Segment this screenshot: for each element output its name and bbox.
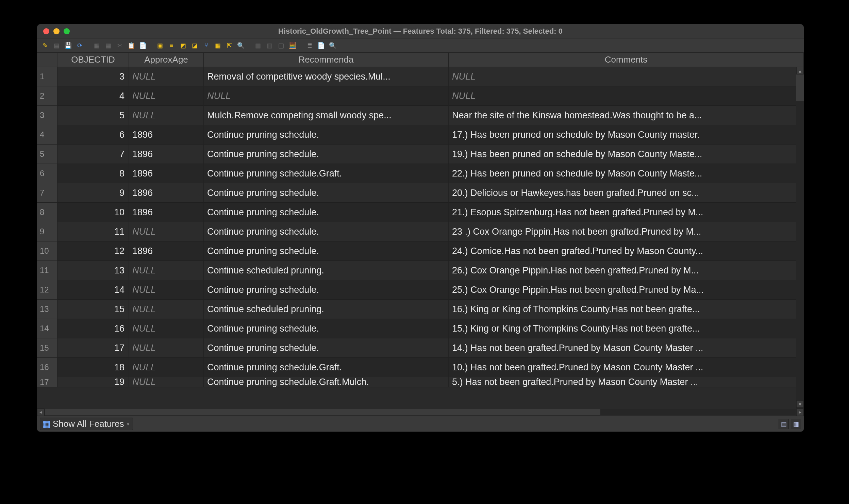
cell-approxage[interactable]: NULL [129, 338, 204, 358]
form-view-icon[interactable]: ▤ [779, 419, 789, 429]
row-number[interactable]: 5 [37, 145, 57, 164]
move-top-icon[interactable]: ⇱ [225, 41, 234, 50]
zoom-icon[interactable] [64, 28, 70, 34]
cell-comments[interactable]: 16.) King or King of Thompkins County.Ha… [449, 300, 804, 319]
cell-approxage[interactable]: 1896 [129, 241, 204, 261]
cell-approxage[interactable]: NULL [129, 319, 204, 338]
cell-comments[interactable]: 19.) Has been pruned on schedule by Maso… [449, 145, 804, 164]
cell-recommenda[interactable]: Continue pruning schedule. [204, 222, 449, 241]
organize-columns-icon[interactable]: ◫ [277, 41, 285, 50]
cell-objectid[interactable]: 13 [57, 261, 129, 280]
select-all-icon[interactable]: ≡ [167, 41, 176, 50]
cell-objectid[interactable]: 19 [57, 377, 129, 387]
cell-approxage[interactable]: NULL [129, 261, 204, 280]
cell-approxage[interactable]: NULL [129, 222, 204, 241]
header-objectid[interactable]: OBJECTID [57, 53, 129, 67]
cell-recommenda[interactable]: Continue pruning schedule.Graft.Mulch. [204, 377, 449, 387]
cell-comments[interactable]: 22.) Has been pruned on schedule by Maso… [449, 164, 804, 183]
corner-cell[interactable] [37, 53, 57, 67]
cell-comments[interactable]: 10.) Has not been grafted.Pruned by Maso… [449, 358, 804, 377]
minimize-icon[interactable] [53, 28, 60, 34]
multi-edit-icon[interactable]: ▤ [52, 41, 61, 50]
cell-approxage[interactable]: 1896 [129, 164, 204, 183]
table-row[interactable]: 571896Continue pruning schedule.19.) Has… [37, 145, 804, 164]
cell-objectid[interactable]: 7 [57, 145, 129, 164]
cell-objectid[interactable]: 5 [57, 106, 129, 125]
save-edits-icon[interactable]: 💾 [64, 41, 72, 50]
cell-objectid[interactable]: 10 [57, 203, 129, 222]
table-row[interactable]: 1618NULLContinue pruning schedule.Graft.… [37, 358, 804, 377]
cell-comments[interactable]: 24.) Comice.Has not been grafted.Pruned … [449, 241, 804, 261]
cell-recommenda[interactable]: Continue pruning schedule. [204, 183, 449, 203]
cell-approxage[interactable]: NULL [129, 300, 204, 319]
titlebar[interactable]: Historic_OldGrowth_Tree_Point — Features… [37, 24, 804, 38]
conditional-format-icon[interactable]: ≣ [305, 41, 314, 50]
invert-selection-icon[interactable]: ◩ [179, 41, 187, 50]
scroll-down-icon[interactable]: ▾ [796, 400, 804, 408]
row-number[interactable]: 1 [37, 67, 57, 86]
cell-objectid[interactable]: 16 [57, 319, 129, 338]
cell-objectid[interactable]: 6 [57, 125, 129, 145]
cell-objectid[interactable]: 12 [57, 241, 129, 261]
reload-icon[interactable]: ⟳ [75, 41, 84, 50]
cell-recommenda[interactable]: Continue pruning schedule.Graft. [204, 358, 449, 377]
cell-objectid[interactable]: 9 [57, 183, 129, 203]
table-row[interactable]: 10121896Continue pruning schedule.24.) C… [37, 241, 804, 261]
cell-recommenda[interactable]: Removal of competitive woody species.Mul… [204, 67, 449, 86]
scroll-right-icon[interactable]: ▸ [796, 408, 804, 416]
edit-toggle-icon[interactable]: ✎ [40, 41, 49, 50]
cell-recommenda[interactable]: Continue pruning schedule. [204, 125, 449, 145]
cell-recommenda[interactable]: Continue pruning schedule. [204, 338, 449, 358]
cell-approxage[interactable]: NULL [129, 358, 204, 377]
row-number[interactable]: 16 [37, 358, 57, 377]
scroll-up-icon[interactable]: ▴ [796, 67, 804, 74]
header-comments[interactable]: Comments [449, 53, 804, 67]
cell-recommenda[interactable]: Continue pruning schedule. [204, 145, 449, 164]
copy-icon[interactable]: 📋 [127, 41, 136, 50]
hscroll-track[interactable] [45, 409, 796, 415]
close-icon[interactable] [43, 28, 49, 34]
cell-comments[interactable]: 23 .) Cox Orange Pippin.Has not been gra… [449, 222, 804, 241]
cell-recommenda[interactable]: Continue scheduled pruning. [204, 300, 449, 319]
row-number[interactable]: 3 [37, 106, 57, 125]
dock-icon[interactable]: 🔍 [328, 41, 337, 50]
cell-objectid[interactable]: 18 [57, 358, 129, 377]
select-form-icon[interactable]: ▦ [213, 41, 222, 50]
paste-icon[interactable]: 📄 [138, 41, 147, 50]
show-all-features-button[interactable]: ▦ Show All Features ▾ [40, 418, 133, 430]
delete-feature-icon[interactable]: ▦ [104, 41, 113, 50]
add-feature-icon[interactable]: ▦ [92, 41, 101, 50]
cell-recommenda[interactable]: Continue pruning schedule. [204, 319, 449, 338]
actions-icon[interactable]: 📄 [317, 41, 326, 50]
row-number[interactable]: 2 [37, 86, 57, 106]
cell-objectid[interactable]: 11 [57, 222, 129, 241]
horizontal-scrollbar[interactable]: ◂ ▸ [37, 408, 804, 416]
delete-field-icon[interactable]: ▥ [265, 41, 274, 50]
table-row[interactable]: 1214NULLContinue pruning schedule.25.) C… [37, 280, 804, 300]
table-row[interactable]: 8101896Continue pruning schedule.21.) Es… [37, 203, 804, 222]
table-row[interactable]: 1113NULLContinue scheduled pruning.26.) … [37, 261, 804, 280]
cell-comments[interactable]: 14.) Has not been grafted.Pruned by Maso… [449, 338, 804, 358]
table-row[interactable]: 791896Continue pruning schedule.20.) Del… [37, 183, 804, 203]
cell-comments[interactable]: 21.) Esopus Spitzenburg.Has not been gra… [449, 203, 804, 222]
select-expression-icon[interactable]: ▣ [155, 41, 164, 50]
new-field-icon[interactable]: ▥ [253, 41, 262, 50]
cell-approxage[interactable]: NULL [129, 106, 204, 125]
cell-comments[interactable]: 25.) Cox Orange Pippin.Has not been graf… [449, 280, 804, 300]
header-approxage[interactable]: ApproxAge [129, 53, 204, 67]
vertical-scrollbar[interactable]: ▴ ▾ [796, 67, 804, 408]
row-number[interactable]: 8 [37, 203, 57, 222]
cell-recommenda[interactable]: Continue pruning schedule. [204, 280, 449, 300]
cell-recommenda[interactable]: Continue pruning schedule.Graft. [204, 164, 449, 183]
cell-approxage[interactable]: NULL [129, 280, 204, 300]
cell-approxage[interactable]: 1896 [129, 203, 204, 222]
cell-objectid[interactable]: 15 [57, 300, 129, 319]
cell-objectid[interactable]: 14 [57, 280, 129, 300]
cell-comments[interactable]: 17.) Has been pruned on schedule by Maso… [449, 125, 804, 145]
cell-comments[interactable]: 5.) Has not been grafted.Pruned by Mason… [449, 377, 804, 387]
cell-approxage[interactable]: 1896 [129, 183, 204, 203]
cell-comments[interactable]: 20.) Delicious or Hawkeyes.has been graf… [449, 183, 804, 203]
row-number[interactable]: 10 [37, 241, 57, 261]
cell-objectid[interactable]: 3 [57, 67, 129, 86]
cell-approxage[interactable]: NULL [129, 67, 204, 86]
